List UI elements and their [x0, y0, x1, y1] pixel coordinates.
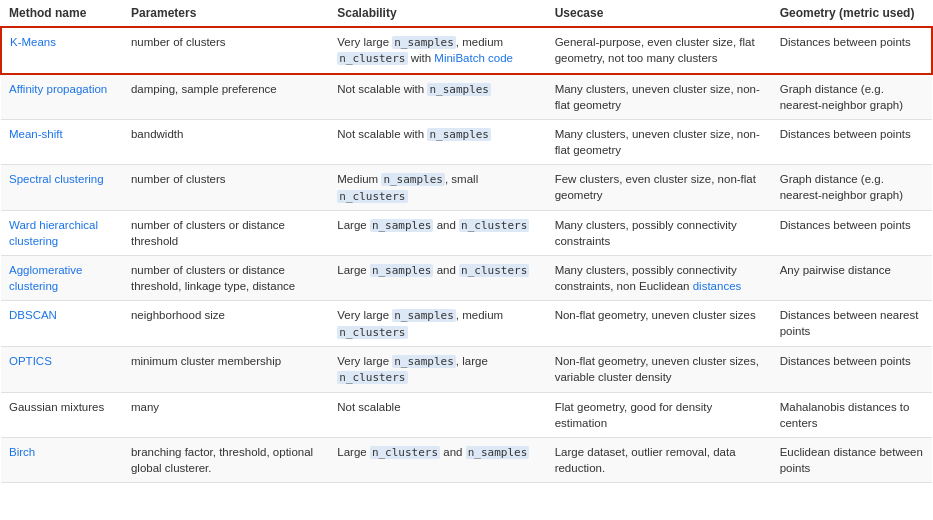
usecase-cell: Many clusters, uneven cluster size, non-… [547, 74, 772, 120]
method-link[interactable]: DBSCAN [9, 309, 57, 321]
geometry-text: Distances between nearest points [780, 309, 919, 337]
table-row: Mean-shiftbandwidthNot scalable with n_s… [1, 119, 932, 164]
geometry-text: Graph distance (e.g. nearest-neighbor gr… [780, 83, 903, 111]
code-token: n_samples [392, 355, 456, 368]
method-link[interactable]: Affinity propagation [9, 83, 107, 95]
scalability-cell: Large n_samples and n_clusters [329, 256, 546, 301]
scalability-cell: Not scalable with n_samples [329, 74, 546, 120]
text-content: minimum cluster membership [131, 355, 281, 367]
table-row: Birchbranching factor, threshold, option… [1, 438, 932, 483]
table-row: OPTICSminimum cluster membershipVery lar… [1, 347, 932, 393]
method-link[interactable]: Spectral clustering [9, 173, 104, 185]
text-content: , medium [456, 309, 503, 321]
table-row: Gaussian mixturesmanyNot scalableFlat ge… [1, 392, 932, 437]
method-name-cell: Affinity propagation [1, 74, 123, 120]
scalability-cell: Very large n_samples, medium n_clusters … [329, 27, 546, 74]
inline-link[interactable]: distances [693, 280, 742, 292]
inline-link[interactable]: MiniBatch code [434, 52, 513, 64]
parameters-cell: minimum cluster membership [123, 347, 329, 393]
method-name-cell: Spectral clustering [1, 165, 123, 211]
geometry-text: Distances between points [780, 219, 911, 231]
method-name-cell: K-Means [1, 27, 123, 74]
text-content: and [433, 219, 459, 231]
text-content: Not scalable [337, 401, 400, 413]
geometry-text: Distances between points [780, 355, 911, 367]
scalability-cell: Very large n_samples, large n_clusters [329, 347, 546, 393]
text-content: Large [337, 264, 370, 276]
code-token: n_samples [427, 128, 491, 141]
geometry-text: Graph distance (e.g. nearest-neighbor gr… [780, 173, 903, 201]
usecase-cell: General-purpose, even cluster size, flat… [547, 27, 772, 74]
text-content: bandwidth [131, 128, 183, 140]
text-content: neighborhood size [131, 309, 225, 321]
scalability-cell: Not scalable [329, 392, 546, 437]
table-row: Agglomerative clusteringnumber of cluste… [1, 256, 932, 301]
usecase-text: Flat geometry, good for density estimati… [555, 401, 713, 429]
usecase-cell: Large dataset, outlier removal, data red… [547, 438, 772, 483]
usecase-cell: Many clusters, possibly connectivity con… [547, 210, 772, 255]
col-header-parameters: Parameters [123, 0, 329, 27]
usecase-cell: Flat geometry, good for density estimati… [547, 392, 772, 437]
code-token: n_samples [466, 446, 530, 459]
text-content: , small [445, 173, 478, 185]
parameters-cell: neighborhood size [123, 301, 329, 347]
method-name-cell: DBSCAN [1, 301, 123, 347]
method-name-cell: Gaussian mixtures [1, 392, 123, 437]
parameters-cell: damping, sample preference [123, 74, 329, 120]
usecase-text: Few clusters, even cluster size, non-fla… [555, 173, 756, 201]
table-row: K-Meansnumber of clustersVery large n_sa… [1, 27, 932, 74]
code-token: n_samples [392, 36, 456, 49]
method-link[interactable]: Birch [9, 446, 35, 458]
scalability-cell: Large n_samples and n_clusters [329, 210, 546, 255]
text-content: Very large [337, 36, 392, 48]
code-token: n_clusters [459, 219, 529, 232]
parameters-cell: many [123, 392, 329, 437]
parameters-cell: branching factor, threshold, optional gl… [123, 438, 329, 483]
text-content: Large [337, 219, 370, 231]
method-name-cell: Birch [1, 438, 123, 483]
method-name-cell: Ward hierarchical clustering [1, 210, 123, 255]
usecase-cell: Few clusters, even cluster size, non-fla… [547, 165, 772, 211]
table-row: Ward hierarchical clusteringnumber of cl… [1, 210, 932, 255]
usecase-cell: Many clusters, uneven cluster size, non-… [547, 119, 772, 164]
text-content: Not scalable with [337, 128, 427, 140]
code-token: n_clusters [337, 52, 407, 65]
method-link[interactable]: K-Means [10, 36, 56, 48]
col-header-geometry: Geometry (metric used) [772, 0, 932, 27]
text-content: and [440, 446, 466, 458]
method-link[interactable]: Mean-shift [9, 128, 63, 140]
text-content: branching factor, threshold, optional gl… [131, 446, 313, 474]
text-content: Very large [337, 355, 392, 367]
usecase-text: Many clusters, possibly connectivity con… [555, 219, 737, 247]
text-content: and [433, 264, 459, 276]
geometry-text: Distances between points [780, 36, 911, 48]
text-content: Very large [337, 309, 392, 321]
method-name-cell: Mean-shift [1, 119, 123, 164]
method-link[interactable]: Ward hierarchical clustering [9, 219, 98, 247]
text-content: number of clusters or distance threshold… [131, 264, 295, 292]
text-content: Medium [337, 173, 381, 185]
parameters-cell: number of clusters or distance threshold… [123, 256, 329, 301]
method-link[interactable]: OPTICS [9, 355, 52, 367]
usecase-text: Non-flat geometry, uneven cluster sizes [555, 309, 756, 321]
geometry-text: Mahalanobis distances to centers [780, 401, 910, 429]
usecase-cell: Non-flat geometry, uneven cluster sizes,… [547, 347, 772, 393]
geometry-cell: Euclidean distance between points [772, 438, 932, 483]
code-token: n_samples [427, 83, 491, 96]
scalability-cell: Large n_clusters and n_samples [329, 438, 546, 483]
geometry-text: Distances between points [780, 128, 911, 140]
text-content: number of clusters or distance threshold [131, 219, 285, 247]
table-row: Spectral clusteringnumber of clustersMed… [1, 165, 932, 211]
usecase-text: Many clusters, uneven cluster size, non-… [555, 128, 760, 156]
geometry-cell: Distances between points [772, 27, 932, 74]
method-link[interactable]: Agglomerative clustering [9, 264, 83, 292]
scalability-cell: Very large n_samples, medium n_clusters [329, 301, 546, 347]
geometry-cell: Mahalanobis distances to centers [772, 392, 932, 437]
parameters-cell: number of clusters [123, 165, 329, 211]
table-row: Affinity propagationdamping, sample pref… [1, 74, 932, 120]
text-content: , large [456, 355, 488, 367]
code-token: n_clusters [337, 371, 407, 384]
text-content: Large [337, 446, 370, 458]
geometry-cell: Graph distance (e.g. nearest-neighbor gr… [772, 165, 932, 211]
usecase-text: General-purpose, even cluster size, flat… [555, 36, 755, 64]
